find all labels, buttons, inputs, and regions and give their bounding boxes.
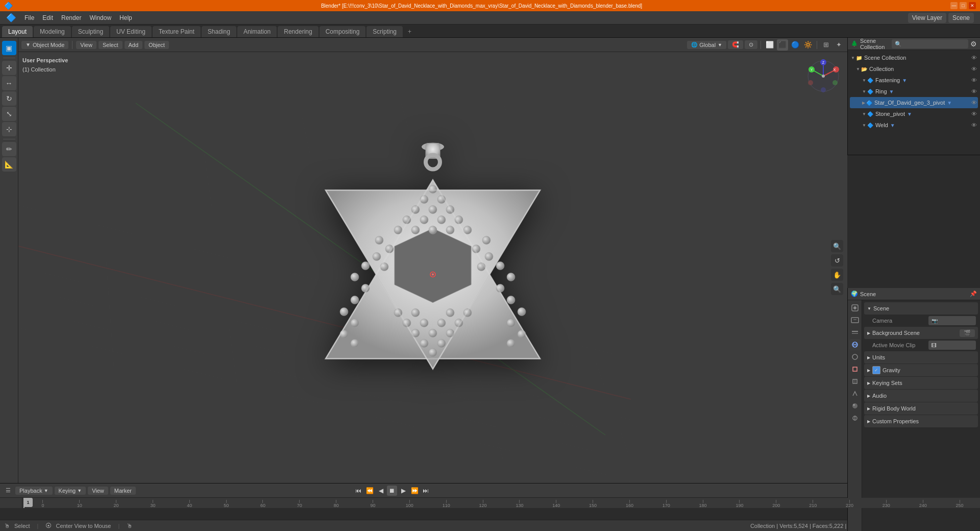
timeline-scrubber[interactable]: 1 0 10 20 30 40 50 60 70 80 90 100 110 1… <box>22 498 980 508</box>
maximize-button[interactable]: □ <box>960 2 967 9</box>
transform-orientation[interactable]: 🌐 Global ▼ <box>687 41 726 49</box>
tab-shading[interactable]: Shading <box>202 26 236 37</box>
transport-jump-end[interactable]: ⏭ <box>421 486 431 496</box>
collection-visibility[interactable]: 👁 <box>971 66 977 72</box>
tab-modeling[interactable]: Modeling <box>34 26 71 37</box>
props-render-icon[interactable] <box>849 302 861 313</box>
scale-tool[interactable]: ⤡ <box>2 107 16 121</box>
view-layer-display[interactable]: View Layer <box>908 13 946 23</box>
transport-next-frame[interactable]: ⏩ <box>409 486 420 496</box>
transport-prev-keyframe[interactable]: ⏪ <box>364 486 375 496</box>
timeline-ruler[interactable]: 1 0 10 20 30 40 50 60 70 80 90 100 110 1… <box>0 498 980 508</box>
outliner-row-ring[interactable]: ▼ 🔷 Ring ▼ 👁 <box>850 86 978 97</box>
overlay-toggle[interactable]: ⊞ <box>820 39 831 51</box>
outliner-row-weld[interactable]: ▼ 🔷 Weld ▼ 👁 <box>850 119 978 131</box>
render-mode-btn[interactable]: 🔆 <box>802 39 814 51</box>
ring-visibility[interactable]: 👁 <box>971 88 977 94</box>
stone-visibility[interactable]: 👁 <box>971 111 977 117</box>
wireframe-mode-btn[interactable]: ⬜ <box>764 39 775 51</box>
outliner-row-fastening[interactable]: ▼ 🔷 Fastening ▼ 👁 <box>850 75 978 86</box>
menu-edit[interactable]: Edit <box>38 13 57 23</box>
close-button[interactable]: ✕ <box>969 2 976 9</box>
object-menu[interactable]: Object <box>144 41 169 49</box>
scene-collection-visibility[interactable]: 👁 <box>971 55 977 61</box>
gravity-checkbox[interactable]: ✓ <box>872 366 880 374</box>
view-menu[interactable]: View <box>76 41 96 49</box>
props-material-icon[interactable] <box>849 400 861 412</box>
transport-play[interactable]: ▶ <box>398 486 408 496</box>
menu-file[interactable]: File <box>20 13 38 23</box>
menu-blender[interactable]: 🔷 <box>2 11 20 24</box>
star-visibility[interactable]: 👁 <box>971 100 977 106</box>
bg-scene-field[interactable]: 🎬 <box>960 329 975 337</box>
tab-layout[interactable]: Layout <box>2 26 33 37</box>
weld-visibility[interactable]: 👁 <box>971 122 977 128</box>
rotate-tool[interactable]: ↻ <box>2 91 16 106</box>
scene-canvas[interactable]: User Perspective (1) Collection <box>18 52 847 483</box>
material-mode-btn[interactable]: 🔵 <box>790 39 801 51</box>
custom-props-section[interactable]: ▶ Custom Properties <box>864 415 978 427</box>
marker-menu[interactable]: Marker <box>110 487 136 495</box>
fastening-visibility[interactable]: 👁 <box>971 77 977 83</box>
view-menu-tl[interactable]: View <box>88 487 108 495</box>
props-constraint-icon[interactable] <box>849 413 861 424</box>
movie-clip-value[interactable]: 🎞 <box>928 341 976 350</box>
annotate-tool[interactable]: ✏ <box>2 142 16 156</box>
proportional-editing[interactable]: ⊙ <box>745 40 757 49</box>
menu-help[interactable]: Help <box>115 13 136 23</box>
cursor-tool[interactable]: ✛ <box>2 61 16 75</box>
props-data-icon[interactable] <box>849 388 861 399</box>
units-section[interactable]: ▶ Units <box>864 351 978 364</box>
props-scene-icon[interactable] <box>849 339 861 350</box>
add-menu[interactable]: Add <box>125 41 143 49</box>
measure-tool[interactable]: 📐 <box>2 157 16 172</box>
transport-prev-frame[interactable]: ◀ <box>376 486 386 496</box>
solid-mode-btn[interactable]: ⬛ <box>777 39 788 51</box>
tab-uv-editing[interactable]: UV Editing <box>110 26 152 37</box>
transport-stop[interactable]: ⏹ <box>387 486 397 496</box>
transform-tool[interactable]: ⊹ <box>2 122 16 136</box>
outliner-row-stone[interactable]: ▼ 🔷 Stone_pivot ▼ 👁 <box>850 108 978 119</box>
tab-sculpting[interactable]: Sculpting <box>72 26 109 37</box>
transport-jump-start[interactable]: ⏮ <box>353 486 363 496</box>
menu-window[interactable]: Window <box>85 13 115 23</box>
outliner-filter-icon[interactable]: ⚙ <box>970 40 977 48</box>
background-scene-row[interactable]: ▶ Background Scene 🎬 <box>864 327 978 339</box>
scene-section-header[interactable]: ▼ Scene <box>864 302 978 315</box>
minimize-button[interactable]: — <box>950 2 958 9</box>
outliner-row-collection[interactable]: ▼ 📂 Collection 👁 <box>850 63 978 75</box>
select-tool[interactable]: ▣ <box>2 41 16 55</box>
mode-selector[interactable]: ▼ Object Mode <box>21 41 68 49</box>
props-view-layer-icon[interactable] <box>849 327 861 338</box>
props-object-icon[interactable] <box>849 364 861 375</box>
viewport-nav-zoom-btn[interactable]: 🔍 <box>831 283 843 295</box>
tab-scripting[interactable]: Scripting <box>366 26 403 37</box>
menu-render[interactable]: Render <box>57 13 85 23</box>
tab-animation[interactable]: Animation <box>237 26 277 37</box>
tab-texture-paint[interactable]: Texture Paint <box>153 26 201 37</box>
move-tool[interactable]: ↔ <box>2 76 16 90</box>
properties-pin-icon[interactable]: 📌 <box>970 291 977 297</box>
outliner-row-star[interactable]: ▶ 🔷 Star_Of_David_geo_3_pivot ▼ 👁 <box>850 97 978 108</box>
keying-sets-section[interactable]: ▶ Keying Sets <box>864 377 978 389</box>
timeline-menu-icon[interactable]: ☰ <box>3 486 13 496</box>
snap-toggle[interactable]: 🧲 <box>728 40 743 49</box>
add-workspace-button[interactable]: + <box>404 26 415 37</box>
rigid-body-section[interactable]: ▶ Rigid Body World <box>864 402 978 415</box>
viewport[interactable]: ▼ Object Mode View Select Add Object 🌐 G… <box>18 38 847 483</box>
props-modifier-icon[interactable] <box>849 376 861 387</box>
viewport-nav-zoom[interactable]: 🔍 <box>831 240 843 252</box>
viewport-nav-orbit[interactable]: ↺ <box>831 254 843 267</box>
select-menu[interactable]: Select <box>99 41 122 49</box>
outliner-row-scene-collection[interactable]: ▼ 📁 Scene Collection 👁 <box>850 52 978 63</box>
gravity-section[interactable]: ▶ ✓ Gravity <box>864 364 978 376</box>
props-world-icon[interactable] <box>849 351 861 363</box>
props-output-icon[interactable] <box>849 315 861 326</box>
keying-menu[interactable]: Keying ▼ <box>55 487 86 495</box>
audio-section[interactable]: ▶ Audio <box>864 390 978 402</box>
xray-toggle[interactable]: ✦ <box>833 39 844 51</box>
outliner-search[interactable] <box>892 39 968 49</box>
camera-value[interactable]: 📷 <box>928 316 976 325</box>
tab-rendering[interactable]: Rendering <box>278 26 318 37</box>
scene-dropdown[interactable]: Scene <box>948 13 974 23</box>
